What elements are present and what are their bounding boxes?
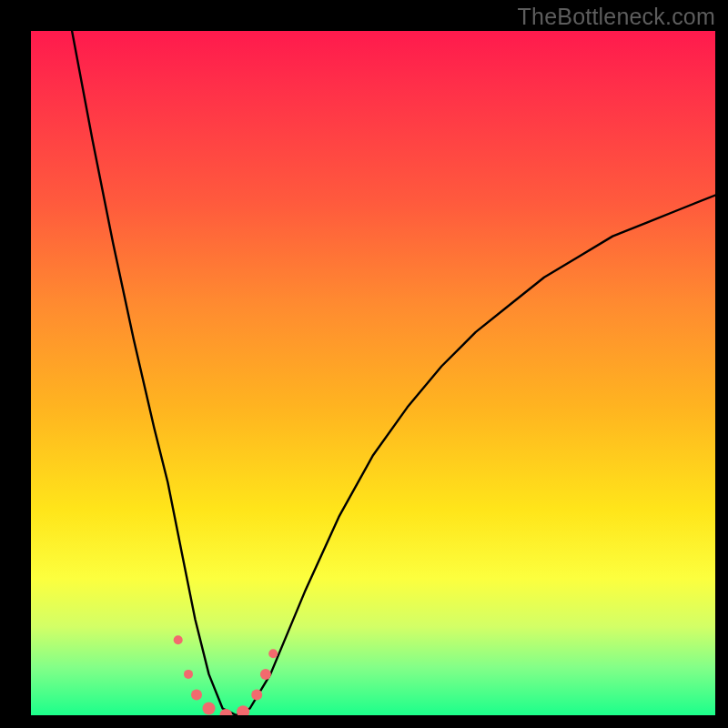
- watermark-text: TheBottleneck.com: [518, 4, 715, 30]
- curve-path: [72, 31, 715, 715]
- plot-area: [31, 31, 715, 715]
- highlight-dot: [184, 670, 193, 679]
- highlight-dot: [237, 705, 249, 715]
- highlight-dot: [260, 669, 271, 680]
- chart-frame: TheBottleneck.com: [0, 0, 728, 728]
- highlight-dot: [219, 709, 232, 715]
- highlight-dot: [251, 689, 262, 700]
- highlight-dot: [191, 689, 202, 700]
- highlight-dot: [203, 703, 216, 715]
- bottleneck-curve: [31, 31, 715, 715]
- highlight-dot: [174, 635, 183, 644]
- highlight-dot: [268, 649, 278, 658]
